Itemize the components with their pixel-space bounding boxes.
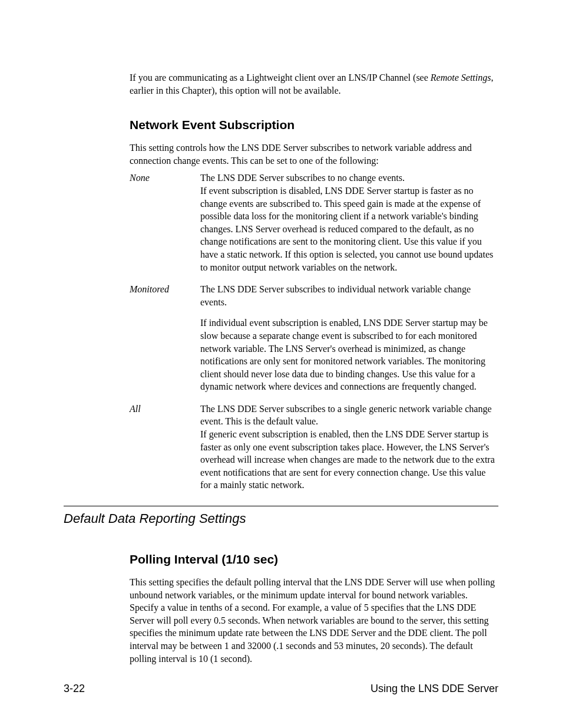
polling-body: This setting specifies the default polli… [130, 576, 498, 665]
intro-prefix: If you are communicating as a Lightweigh… [130, 73, 431, 83]
chapter-title: Using the LNS DDE Server [371, 683, 498, 695]
def-row-monitored: Monitored The LNS DDE Server subscribes … [130, 283, 498, 393]
intro-paragraph: If you are communicating as a Lightweigh… [130, 71, 498, 97]
heading-polling-interval: Polling Interval (1/10 sec) [130, 552, 498, 566]
def-para: The LNS DDE Server subscribes to a singl… [200, 404, 492, 427]
def-desc: The LNS DDE Server subscribes to individ… [200, 283, 498, 393]
def-term: None [130, 172, 200, 185]
def-row-all: All The LNS DDE Server subscribes to a s… [130, 403, 498, 492]
def-para: The LNS DDE Server subscribes to individ… [200, 283, 498, 308]
def-desc: The LNS DDE Server subscribes to a singl… [200, 403, 498, 492]
intro-emphasis: Remote Settings [431, 73, 491, 83]
nes-lead: This setting controls how the LNS DDE Se… [130, 141, 498, 167]
definition-table: None The LNS DDE Server subscribes to no… [130, 172, 498, 492]
def-term: Monitored [130, 283, 200, 296]
def-para: If event subscription is disabled, LNS D… [200, 185, 498, 274]
def-para: The LNS DDE Server subscribes to no chan… [200, 173, 405, 183]
section-divider [64, 506, 498, 506]
def-row-none: None The LNS DDE Server subscribes to no… [130, 172, 498, 274]
heading-default-data-reporting: Default Data Reporting Settings [64, 511, 498, 526]
def-para: If individual event subscription is enab… [200, 317, 498, 393]
page-footer: 3-22 Using the LNS DDE Server [64, 683, 498, 695]
def-term: All [130, 403, 200, 416]
page-number: 3-22 [64, 683, 85, 695]
page-body: If you are communicating as a Lightweigh… [0, 0, 562, 665]
heading-network-event-subscription: Network Event Subscription [130, 118, 498, 132]
def-para: If generic event subscription is enabled… [200, 428, 498, 492]
def-desc: The LNS DDE Server subscribes to no chan… [200, 172, 498, 274]
